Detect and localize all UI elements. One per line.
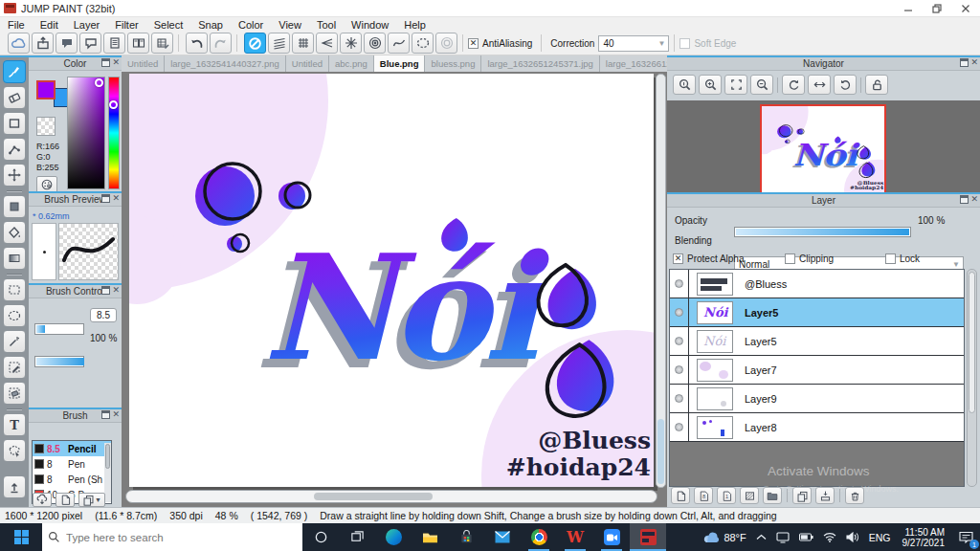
snap-concentric-button[interactable] bbox=[364, 33, 386, 54]
select-pen-tool-button[interactable] bbox=[3, 356, 26, 379]
download-brush-button[interactable] bbox=[33, 493, 52, 507]
close-icon[interactable]: ✕ bbox=[970, 195, 978, 204]
zoom-app-button[interactable] bbox=[593, 523, 630, 551]
antialiasing-checkbox[interactable]: ✕ bbox=[468, 38, 479, 49]
layer-visibility-dot[interactable] bbox=[675, 279, 683, 288]
restore-button[interactable] bbox=[923, 0, 951, 16]
new-1bit-layer-button[interactable]: 1 bbox=[717, 487, 736, 504]
snap-parallel-button[interactable] bbox=[268, 33, 290, 54]
taskbar-clock[interactable]: 11:50 AM 9/27/2021 bbox=[896, 527, 952, 548]
clipping-checkbox[interactable] bbox=[785, 253, 795, 264]
brush-size-slider[interactable] bbox=[34, 323, 84, 335]
correction-dropdown[interactable]: 40▼ bbox=[598, 35, 669, 52]
search-input[interactable] bbox=[66, 532, 297, 543]
layer-list-scrollbar[interactable] bbox=[967, 269, 977, 487]
rectangle-tool-button[interactable] bbox=[3, 112, 26, 135]
redo-button[interactable] bbox=[210, 33, 232, 54]
merge-layer-button[interactable] bbox=[815, 487, 835, 504]
tray-volume-button[interactable] bbox=[841, 523, 864, 551]
new-8bit-layer-button[interactable]: 8 bbox=[694, 487, 713, 504]
close-icon[interactable]: ✕ bbox=[112, 194, 120, 203]
brush-row-pencil[interactable]: 8.5Pencil bbox=[33, 441, 111, 456]
vscroll-thumb[interactable] bbox=[657, 419, 664, 484]
tab-untitled-2[interactable]: Untitled bbox=[286, 55, 329, 72]
canvas-vscrollbar[interactable] bbox=[656, 74, 666, 488]
menu-tool[interactable]: Tool bbox=[309, 19, 344, 31]
duplicate-layer-button[interactable] bbox=[792, 487, 812, 504]
saturation-value-picker[interactable] bbox=[67, 77, 105, 189]
rotate-ccw-button[interactable] bbox=[782, 75, 805, 95]
tab-large-1632651245371[interactable]: large_1632651245371.jpg bbox=[481, 55, 599, 72]
layer-row-layer8[interactable]: Layer8 bbox=[670, 413, 964, 442]
snap-off-button[interactable] bbox=[244, 33, 266, 54]
snap-ellipse-button[interactable] bbox=[412, 33, 434, 54]
menu-filter[interactable]: Filter bbox=[107, 19, 145, 31]
comment-outline-button[interactable] bbox=[79, 33, 101, 54]
duplicate-brush-button[interactable]: ▼ bbox=[78, 493, 105, 507]
move-tool-button[interactable] bbox=[3, 164, 26, 187]
canvas[interactable] bbox=[129, 74, 654, 487]
tray-battery-button[interactable] bbox=[794, 523, 818, 551]
layer-visibility-dot[interactable] bbox=[675, 394, 683, 403]
navigator-thumbnail[interactable] bbox=[760, 104, 886, 194]
snap-curve-button[interactable] bbox=[388, 33, 410, 54]
layer-row-layer5-selected[interactable]: Nói Layer5 bbox=[670, 298, 964, 327]
select-eraser-tool-button[interactable] bbox=[3, 382, 26, 405]
text-tool-button[interactable]: T bbox=[3, 413, 26, 436]
tray-display-button[interactable] bbox=[771, 523, 794, 551]
popout-icon[interactable] bbox=[101, 410, 110, 419]
scroll-tools-button[interactable] bbox=[3, 475, 26, 498]
reset-rotation-button[interactable] bbox=[808, 75, 831, 95]
brush-opacity-slider[interactable] bbox=[34, 356, 84, 367]
lasso-tool-button[interactable] bbox=[3, 304, 26, 327]
add-brush-button[interactable] bbox=[56, 493, 75, 507]
minimize-button[interactable] bbox=[894, 0, 923, 16]
fit-screen-button[interactable] bbox=[724, 75, 747, 95]
hscroll-thumb[interactable] bbox=[314, 493, 433, 500]
popout-icon[interactable] bbox=[960, 195, 969, 204]
bucket-tool-button[interactable] bbox=[3, 221, 26, 244]
layer-scroll-thumb[interactable] bbox=[969, 272, 975, 413]
menu-color[interactable]: Color bbox=[231, 19, 271, 31]
layer-row-bluess[interactable]: @Bluess bbox=[670, 270, 964, 298]
snap-grid-button[interactable] bbox=[292, 33, 314, 54]
snap-vanishing-button[interactable] bbox=[316, 33, 338, 54]
edge-button[interactable] bbox=[375, 523, 412, 551]
language-indicator[interactable]: ENG bbox=[864, 523, 896, 551]
tab-large-1632541440327[interactable]: large_1632541440327.png bbox=[165, 55, 286, 72]
foreground-color-swatch[interactable] bbox=[36, 80, 56, 99]
tab-blue-active[interactable]: Blue.png bbox=[374, 55, 426, 72]
export-button[interactable] bbox=[32, 33, 54, 54]
new-layer-button[interactable] bbox=[671, 487, 690, 504]
menu-help[interactable]: Help bbox=[396, 19, 434, 31]
cortana-button[interactable] bbox=[302, 523, 339, 551]
menu-snap[interactable]: Snap bbox=[190, 19, 231, 31]
fill-rect-tool-button[interactable] bbox=[3, 195, 26, 218]
delete-layer-button[interactable] bbox=[845, 487, 864, 504]
start-button[interactable] bbox=[0, 523, 42, 551]
menu-window[interactable]: Window bbox=[344, 19, 396, 31]
shape-select-tool-button[interactable] bbox=[3, 439, 26, 462]
new-folder-button[interactable] bbox=[763, 487, 782, 504]
menu-layer[interactable]: Layer bbox=[66, 19, 108, 31]
snap-concentric-disabled-button[interactable] bbox=[435, 33, 457, 54]
layer-row-layer5[interactable]: Nói Layer5 bbox=[670, 327, 964, 356]
close-icon[interactable]: ✕ bbox=[112, 58, 120, 67]
layer-visibility-dot[interactable] bbox=[675, 365, 683, 374]
layer-visibility-dot[interactable] bbox=[675, 308, 683, 317]
eraser-tool-button[interactable] bbox=[3, 86, 26, 109]
undo-button[interactable] bbox=[186, 33, 208, 54]
close-icon[interactable]: ✕ bbox=[112, 410, 120, 419]
tab-abc[interactable]: abc.png bbox=[329, 55, 374, 72]
protect-alpha-checkbox[interactable]: ✕ bbox=[673, 253, 683, 264]
close-icon[interactable]: ✕ bbox=[112, 286, 120, 295]
menu-select[interactable]: Select bbox=[146, 19, 191, 31]
comment-button[interactable] bbox=[56, 33, 78, 54]
tab-bluess[interactable]: bluess.png bbox=[425, 55, 481, 72]
file-explorer-button[interactable] bbox=[412, 523, 448, 551]
chrome-button[interactable] bbox=[521, 523, 557, 551]
task-view-button[interactable] bbox=[339, 523, 375, 551]
new-halftone-layer-button[interactable] bbox=[740, 487, 759, 504]
zoom-actual-button[interactable] bbox=[673, 75, 696, 95]
jump-paint-taskbar-button[interactable] bbox=[630, 523, 666, 551]
